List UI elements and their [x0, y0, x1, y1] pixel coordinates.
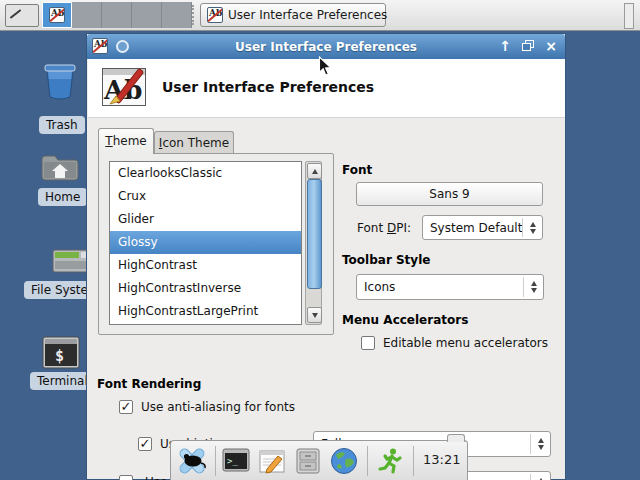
- third-checkbox[interactable]: [119, 475, 133, 480]
- workspace-5[interactable]: [162, 2, 192, 28]
- desktop-screen: User Interface Preferences Trash Home Fi…: [0, 0, 640, 480]
- app-header-icon: Ab: [101, 65, 147, 113]
- combo-spinner-icon: [522, 218, 542, 237]
- maximize-button[interactable]: [520, 36, 536, 56]
- sticky-button[interactable]: [116, 40, 129, 53]
- desktop-label-trash[interactable]: Trash: [39, 116, 85, 134]
- third-checkbox-label: Use: [145, 475, 167, 480]
- desktop-label-terminal[interactable]: Terminal: [30, 372, 95, 390]
- combo-spinner-icon: [530, 474, 550, 480]
- antialias-label: Use anti-aliasing for fonts: [141, 400, 295, 414]
- globe-icon: [330, 447, 358, 475]
- tab-theme[interactable]: Theme: [98, 128, 154, 154]
- terminal-icon: $: [42, 336, 80, 370]
- theme-list[interactable]: ClearlooksClassic Crux Glider Glossy Hig…: [109, 161, 302, 325]
- xfce-menu-button[interactable]: [177, 446, 207, 476]
- arrow-up-icon: [312, 169, 318, 174]
- editable-accelerators-label: Editable menu accelerators: [383, 336, 548, 350]
- svg-text:>_: >_: [227, 456, 238, 466]
- window-menu-icon[interactable]: [92, 38, 108, 54]
- antialias-checkbox[interactable]: ✓: [119, 400, 133, 414]
- menu-accelerators-heading: Menu Accelerators: [342, 313, 468, 327]
- font-heading: Font: [342, 163, 372, 177]
- file-cabinet-icon: [295, 448, 321, 475]
- terminal-icon: >_: [222, 448, 250, 474]
- font-dpi-combo[interactable]: System Default: [422, 215, 543, 240]
- home-folder-icon: [40, 150, 80, 186]
- toolbar-style-heading: Toolbar Style: [342, 253, 430, 267]
- theme-notebook: ClearlooksClassic Crux Glider Glossy Hig…: [98, 153, 334, 335]
- run-dialog-button[interactable]: [375, 446, 405, 476]
- scrollbar-thumb[interactable]: [307, 179, 322, 289]
- font-select-button[interactable]: Sans 9: [356, 182, 543, 206]
- desktop-icon-home[interactable]: [40, 150, 80, 190]
- combo-spinner-icon: [530, 434, 550, 454]
- bottom-panel: >_: [170, 440, 468, 480]
- file-manager-launcher[interactable]: [293, 446, 323, 476]
- theme-list-item[interactable]: Crux: [110, 185, 301, 208]
- font-dpi-label: Font DPI:: [357, 221, 411, 235]
- panel-handle[interactable]: [192, 5, 194, 25]
- scroll-down-button[interactable]: [307, 307, 322, 323]
- svg-text:$: $: [55, 347, 64, 365]
- window-title: User Interface Preferences: [87, 40, 565, 54]
- editable-accelerators-checkbox[interactable]: [361, 336, 375, 350]
- taskbar-window-button[interactable]: User Interface Preferences: [200, 3, 386, 27]
- xfce-mouse-icon: [177, 446, 207, 476]
- workspace-switcher[interactable]: [42, 2, 192, 28]
- panel-separator: [413, 446, 414, 476]
- preferences-window: User Interface Preferences ↑ ×: [86, 33, 566, 480]
- font-rendering-heading: Font Rendering: [97, 377, 201, 391]
- shade-button[interactable]: ↑: [497, 36, 513, 56]
- combo-spinner-icon: [523, 277, 543, 297]
- top-panel: User Interface Preferences: [0, 0, 640, 31]
- app-window-icon: [207, 7, 223, 23]
- trash-icon: [40, 58, 80, 104]
- scroll-up-button[interactable]: [307, 163, 322, 179]
- runner-icon: [377, 447, 403, 475]
- web-browser-launcher[interactable]: [329, 446, 359, 476]
- diagonal-line-icon: [10, 9, 21, 19]
- hinting-checkbox[interactable]: ✓: [138, 437, 152, 451]
- panel-separator: [367, 446, 368, 476]
- text-editor-launcher[interactable]: [257, 446, 287, 476]
- theme-list-item[interactable]: ClearlooksClassic: [110, 162, 301, 185]
- desktop-icon-terminal[interactable]: $: [42, 336, 80, 374]
- panel-end-handle[interactable]: [624, 3, 634, 29]
- theme-list-item[interactable]: HighContrastInverse: [110, 277, 301, 300]
- notepad-pencil-icon: [258, 448, 286, 475]
- workspace-3[interactable]: [102, 2, 132, 28]
- clock[interactable]: 13:21: [423, 441, 460, 479]
- maximize-icon: [522, 40, 534, 51]
- mouse-cursor: [318, 56, 332, 82]
- theme-list-item-selected[interactable]: Glossy: [110, 231, 301, 254]
- app-window-icon: [49, 7, 65, 23]
- workspace-2[interactable]: [72, 2, 102, 28]
- theme-list-item[interactable]: Glider: [110, 208, 301, 231]
- toolbar-style-combo[interactable]: Icons: [356, 274, 544, 300]
- theme-list-item[interactable]: HighContrast: [110, 254, 301, 277]
- page-title: User Interface Preferences: [162, 79, 374, 95]
- panel-drag-nub[interactable]: [447, 434, 465, 442]
- workspace-1[interactable]: [42, 2, 72, 28]
- desktop-icon-trash[interactable]: [40, 58, 80, 108]
- arrow-down-icon: [312, 313, 318, 318]
- theme-list-item[interactable]: HighContrastLargePrint: [110, 300, 301, 323]
- desktop-label-home[interactable]: Home: [38, 188, 87, 206]
- workspace-4[interactable]: [132, 2, 162, 28]
- taskbar-button-label: User Interface Preferences: [228, 8, 387, 22]
- terminal-launcher[interactable]: >_: [221, 446, 251, 476]
- panel-separator: [215, 446, 216, 476]
- show-desktop-button[interactable]: [5, 4, 39, 27]
- tab-icon-theme[interactable]: Icon Theme: [154, 131, 234, 154]
- close-button[interactable]: ×: [543, 36, 559, 56]
- theme-list-scrollbar[interactable]: [305, 161, 322, 325]
- window-body: Icon Theme Theme ClearlooksClassic Crux …: [87, 118, 565, 479]
